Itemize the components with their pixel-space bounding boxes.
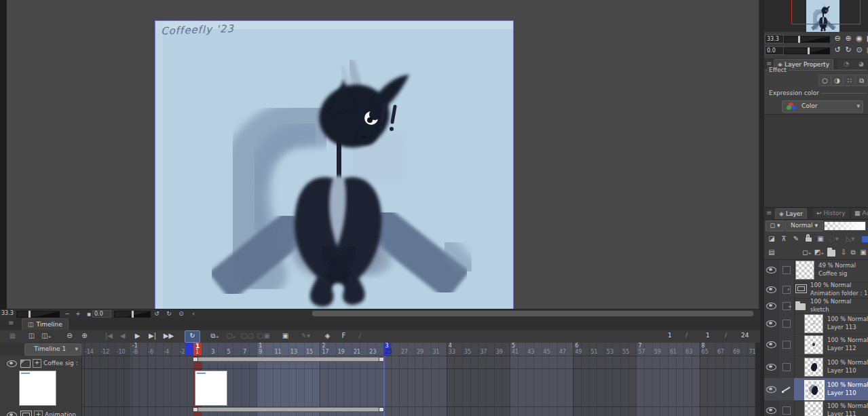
- layer-row-coffee-sig[interactable]: 49 % NormalCoffee sig: [764, 259, 868, 282]
- visibility-eye-icon[interactable]: [766, 364, 776, 371]
- layer-row-layer-111[interactable]: 100 % NormalLayer 111: [764, 400, 868, 416]
- loop-play-icon[interactable]: ↻: [185, 330, 200, 343]
- layer-name[interactable]: Layer 110: [827, 390, 856, 396]
- loop-range-icon[interactable]: F: [337, 330, 351, 341]
- palette-color-icon[interactable]: ■: [859, 233, 868, 244]
- layer-name[interactable]: Layer 110: [827, 367, 856, 374]
- layer-thumbnail[interactable]: [804, 358, 823, 377]
- tab-timeline[interactable]: ◫Timeline: [22, 318, 69, 330]
- layer-checkbox[interactable]: [782, 266, 791, 274]
- layer-name[interactable]: Coffee sig: [818, 270, 847, 277]
- play-icon[interactable]: ▶: [130, 330, 145, 341]
- timeline-zoom-in-icon[interactable]: ⊕: [77, 330, 92, 341]
- layer-row-content[interactable]: ›100 % NormalAnimation folder : 1: [794, 282, 868, 298]
- opacity-slider[interactable]: [824, 221, 866, 231]
- cel-pen-dropdown-icon[interactable]: ✎▾: [299, 330, 313, 341]
- lock-transparent-pixels-icon[interactable]: ⊼: [778, 233, 790, 244]
- layer-thumbnail[interactable]: [804, 335, 823, 354]
- new-layer-folder-icon[interactable]: [825, 247, 837, 258]
- panel-menu-icon[interactable]: ≡: [8, 319, 14, 326]
- tab-history[interactable]: ↩History: [813, 208, 849, 219]
- expand-folder-icon[interactable]: ›: [787, 286, 790, 292]
- animation-clip-bar[interactable]: [193, 357, 383, 362]
- new-timeline-icon[interactable]: ◫₊: [39, 330, 54, 341]
- layer-row-layer-110[interactable]: 100 % NormalLayer 110: [764, 378, 868, 401]
- canvas-document[interactable]: Coffeefly '23: [155, 20, 514, 309]
- clip-start-handle[interactable]: [193, 407, 198, 412]
- layer-row-layer-113[interactable]: 100 % NormalLayer 113: [764, 314, 868, 335]
- new-raster-layer-icon[interactable]: ◻₊: [801, 247, 813, 258]
- collapse-folder-icon[interactable]: ⌄: [787, 302, 793, 309]
- nav-rotate-left-icon[interactable]: ↺: [832, 45, 843, 56]
- palette-color-dropdown[interactable]: ◻ ▾: [766, 221, 785, 231]
- edit-timeline-icon[interactable]: ∕: [353, 330, 367, 341]
- layer-row-content[interactable]: 100 % NormalLayer 110: [794, 356, 868, 378]
- visibility-eye-icon[interactable]: [766, 267, 776, 273]
- timeline-zoom-out-icon[interactable]: ⊖: [62, 330, 77, 341]
- change-panel-layout-icon[interactable]: ▤: [766, 247, 778, 258]
- layer-color-icon[interactable]: ⧉: [855, 75, 868, 86]
- layer-checkbox[interactable]: [782, 406, 791, 415]
- cel-thumbnail[interactable]: [195, 371, 227, 406]
- playback-start-marker[interactable]: [185, 343, 193, 356]
- delete-cel-icon[interactable]: ▢▣: [257, 330, 271, 341]
- new-vector-layer-icon[interactable]: ◩₊: [813, 247, 825, 258]
- tab-auto-action[interactable]: ▦Auto Action: [851, 208, 868, 219]
- navigator-rotate-slider[interactable]: [784, 48, 830, 54]
- onion-skin-icon[interactable]: ▣: [278, 330, 293, 341]
- layer-row-sketch[interactable]: ⌄100 % Normalsketch: [764, 298, 868, 314]
- go-first-frame-icon[interactable]: |◀: [102, 330, 116, 341]
- layer-row-layer-112[interactable]: 100 % NormalLayer 112: [764, 334, 868, 356]
- visibility-eye-icon[interactable]: [766, 286, 776, 293]
- visibility-eye-icon[interactable]: [766, 407, 776, 414]
- clip-end-handle[interactable]: [379, 407, 384, 412]
- layer-row-content[interactable]: 100 % NormalLayer 113: [794, 314, 868, 334]
- layer-thumbnail[interactable]: [795, 261, 814, 280]
- layer-row-content[interactable]: 100 % NormalLayer 110: [794, 378, 868, 400]
- expand-track-icon[interactable]: +: [34, 411, 43, 416]
- layer-checkbox[interactable]: [782, 320, 791, 328]
- layer-name[interactable]: Layer 112: [827, 345, 856, 352]
- brush-shape-panel-icon[interactable]: ◕: [852, 59, 868, 69]
- clip-to-layer-below-icon[interactable]: ◪: [766, 233, 778, 244]
- track-visibility-eye-icon[interactable]: [7, 412, 17, 416]
- navigator-zoom-slider[interactable]: [784, 36, 830, 43]
- animation-clip-bar[interactable]: [193, 407, 383, 412]
- halftone-icon[interactable]: ∷: [843, 75, 856, 86]
- nav-rotate-reset-icon[interactable]: ⊙: [854, 45, 865, 56]
- timeline-palette-icon[interactable]: ▦: [5, 330, 20, 341]
- layer-row-content[interactable]: 49 % NormalCoffee sig: [794, 259, 868, 282]
- panel-menu-icon[interactable]: ≡: [766, 209, 772, 216]
- tab-layer[interactable]: ◈Layer: [775, 208, 807, 219]
- set-as-ruler-icon[interactable]: ◌▾: [828, 233, 840, 244]
- layer-name[interactable]: Layer 113: [827, 324, 856, 330]
- tone-effect-icon[interactable]: ◑: [831, 75, 844, 86]
- layer-thumbnail[interactable]: [804, 380, 825, 400]
- layer-row-content[interactable]: 100 % NormalLayer 111: [794, 400, 868, 416]
- zoom-slider[interactable]: [16, 311, 60, 318]
- blend-mode-dropdown[interactable]: Normal ▾: [785, 221, 823, 231]
- layer-thumbnail[interactable]: [804, 314, 823, 333]
- nav-rotate-right-icon[interactable]: ↻: [843, 45, 854, 56]
- nav-more-icon[interactable]: ▷: [865, 45, 868, 56]
- navigator-view-rectangle[interactable]: [791, 0, 861, 24]
- layer-row-animation-folder-1[interactable]: ›100 % NormalAnimation folder : 1: [764, 282, 868, 299]
- next-frame-icon[interactable]: ▶|: [145, 330, 159, 341]
- timeline-select-dropdown[interactable]: Timeline 1▾: [24, 343, 81, 356]
- layer-checkbox[interactable]: [782, 341, 791, 349]
- navigator-rotate-value[interactable]: 0.0: [765, 46, 784, 55]
- nav-flip-icon[interactable]: ◧: [865, 33, 868, 44]
- clip-end-handle[interactable]: [379, 357, 384, 362]
- clip-start-handle[interactable]: [193, 357, 198, 362]
- draft-layer-icon[interactable]: ✎: [790, 233, 802, 244]
- layer-name[interactable]: Layer 111: [827, 411, 856, 416]
- layer-thumbnail[interactable]: [804, 401, 823, 416]
- reference-layer-icon[interactable]: ◺▾: [844, 233, 856, 244]
- visibility-eye-icon[interactable]: [766, 303, 776, 309]
- canvas-horizontal-scrollbar[interactable]: [312, 311, 753, 316]
- timeline-frame-grid[interactable]: 1-112345678-14-12-10-8-6-4-2135791113151…: [81, 343, 760, 416]
- layer-checkbox[interactable]: [782, 363, 791, 371]
- canvas-viewport[interactable]: Coffeefly '23: [7, 0, 759, 309]
- prev-frame-icon[interactable]: ◀: [115, 330, 130, 341]
- layer-name[interactable]: Animation folder : 1: [810, 290, 867, 297]
